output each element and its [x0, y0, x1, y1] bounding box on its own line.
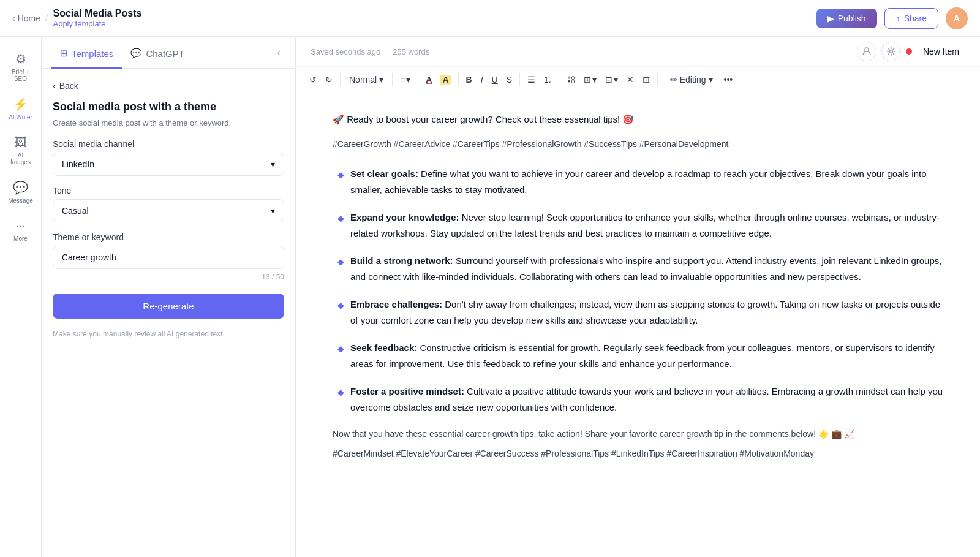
- clear-format-button[interactable]: ✕: [623, 72, 638, 88]
- home-link[interactable]: ‹ Home: [12, 13, 40, 23]
- settings-icon-btn[interactable]: [881, 42, 901, 61]
- tab-chatgpt-label: ChatGPT: [146, 48, 184, 59]
- align-chevron: ▾: [406, 75, 410, 85]
- apply-template-link[interactable]: Apply template: [53, 19, 141, 28]
- table-icon: ⊟: [605, 75, 612, 85]
- tab-templates-label: Templates: [72, 48, 113, 59]
- redo-button[interactable]: ↻: [322, 72, 336, 88]
- highlight-button[interactable]: A: [437, 72, 454, 88]
- tab-templates[interactable]: ⊞ Templates: [51, 37, 122, 69]
- new-item-button[interactable]: New Item: [917, 43, 965, 60]
- publish-icon: ▶: [827, 13, 834, 23]
- sidebar-item-brief-seo[interactable]: ⚙ Brief + SEO: [4, 47, 38, 87]
- more-toolbar-button[interactable]: •••: [720, 72, 737, 88]
- tone-value: Casual: [62, 206, 89, 216]
- ai-disclaimer: Make sure you manually review all AI gen…: [53, 328, 284, 339]
- channel-value: LinkedIn: [62, 159, 94, 169]
- channel-select[interactable]: LinkedIn ▾: [53, 153, 284, 176]
- toolbar-divider-6: [559, 73, 559, 86]
- publish-label: Publish: [838, 13, 866, 23]
- template-panel: ⊞ Templates 💬 ChatGPT ‹ ‹ Back Social me…: [42, 37, 296, 557]
- bullet-diamond-icon: ◆: [337, 342, 344, 357]
- italic-icon: I: [481, 75, 483, 85]
- table-button[interactable]: ⊟ ▾: [601, 72, 622, 88]
- highlight-icon: A: [440, 75, 450, 85]
- box-icon: ⊡: [643, 75, 650, 85]
- channel-form-group: Social media channel LinkedIn ▾: [53, 139, 284, 176]
- bullet-diamond-icon: ◆: [337, 255, 344, 270]
- underline-button[interactable]: U: [488, 72, 502, 88]
- avatar[interactable]: A: [946, 7, 968, 29]
- bullet-diamond-icon: ◆: [337, 211, 344, 226]
- tone-select[interactable]: Casual ▾: [53, 199, 284, 222]
- doc-info: Social Media Posts Apply template: [53, 8, 141, 28]
- sidebar-item-ai-images[interactable]: 🖼 AI Images: [4, 131, 38, 170]
- normal-style-dropdown[interactable]: Normal ▾: [344, 72, 388, 88]
- toolbar-divider-2: [392, 73, 393, 86]
- editor-footer: Now that you have these essential career…: [333, 427, 943, 442]
- sidebar-item-label-message: Message: [8, 197, 33, 204]
- share-button[interactable]: ↑ Share: [884, 8, 938, 29]
- image-chevron: ▾: [592, 75, 597, 85]
- sidebar-item-label-ai-writer: AI Writer: [9, 114, 32, 121]
- list-item: ◆ Set clear goals: Define what you want …: [333, 166, 943, 197]
- editing-mode-button[interactable]: ✏ Editing ▾: [664, 72, 719, 88]
- align-button[interactable]: ≡ ▾: [396, 72, 414, 88]
- undo-icon: ↺: [309, 75, 317, 85]
- sidebar-item-message[interactable]: 💬 Message: [4, 175, 38, 209]
- panel-tabs: ⊞ Templates 💬 ChatGPT ‹: [42, 37, 295, 69]
- sidebar-item-ai-writer[interactable]: ⚡ AI Writer: [4, 92, 38, 126]
- sidebar-item-more[interactable]: ··· More: [4, 214, 38, 247]
- tab-chatgpt[interactable]: 💬 ChatGPT: [122, 37, 193, 69]
- chatgpt-icon: 💬: [130, 48, 142, 59]
- publish-button[interactable]: ▶ Publish: [816, 9, 877, 28]
- toolbar-divider-7: [657, 73, 658, 86]
- collapse-panel-button[interactable]: ‹: [273, 42, 285, 63]
- ai-images-icon: 🖼: [15, 135, 27, 150]
- bold-button[interactable]: B: [462, 72, 476, 88]
- regenerate-button[interactable]: Re-generate: [53, 294, 284, 319]
- top-nav: ‹ Home / Social Media Posts Apply templa…: [0, 0, 980, 37]
- panel-content: ‹ Back Social media post with a theme Cr…: [42, 69, 295, 352]
- char-count: 13 / 50: [53, 273, 284, 281]
- template-description: Create social media post with a theme or…: [53, 117, 284, 129]
- bullet-diamond-icon: ◆: [337, 385, 344, 400]
- nav-left: ‹ Home / Social Media Posts Apply templa…: [12, 8, 141, 28]
- editor-toolbar: ↺ ↻ Normal ▾ ≡ ▾ A A B: [296, 67, 980, 93]
- back-link[interactable]: ‹ Back: [53, 81, 284, 91]
- numbered-list-button[interactable]: 1.: [540, 72, 555, 88]
- bullet-diamond-icon: ◆: [337, 298, 344, 313]
- bullet-list-icon: ☰: [527, 75, 535, 85]
- bullet-list-button[interactable]: ☰: [524, 72, 539, 88]
- clear-format-icon: ✕: [627, 75, 634, 85]
- chevron-down-icon-2: ▾: [271, 206, 275, 216]
- editor-intro: 🚀 Ready to boost your career growth? Che…: [333, 112, 943, 127]
- text-color-button[interactable]: A: [422, 72, 435, 88]
- box-button[interactable]: ⊡: [639, 72, 654, 88]
- editing-chevron: ▾: [709, 75, 713, 85]
- footer-hashtags: #CareerMindset #ElevateYourCareer #Caree…: [333, 447, 943, 461]
- intro-text: 🚀 Ready to boost your career growth? Che…: [333, 114, 634, 124]
- word-count: 255 words: [393, 47, 429, 56]
- chevron-down-icon: ▾: [271, 159, 275, 169]
- template-heading: Social media post with a theme: [53, 100, 284, 113]
- italic-button[interactable]: I: [477, 72, 487, 88]
- toolbar-divider-1: [340, 73, 341, 86]
- link-button[interactable]: ⛓: [563, 72, 579, 88]
- chevron-left-icon: ‹: [12, 13, 15, 23]
- theme-input[interactable]: [53, 246, 284, 269]
- bullets-container: ◆ Set clear goals: Define what you want …: [333, 166, 943, 415]
- undo-button[interactable]: ↺: [306, 72, 320, 88]
- brief-seo-icon: ⚙: [15, 51, 26, 66]
- strike-button[interactable]: S: [503, 72, 516, 88]
- image-button[interactable]: ⊞ ▾: [580, 72, 600, 88]
- status-bar: Saved seconds ago 255 words N: [296, 37, 980, 67]
- editor-content[interactable]: 🚀 Ready to boost your career growth? Che…: [296, 93, 980, 557]
- tone-form-group: Tone Casual ▾: [53, 186, 284, 222]
- templates-icon: ⊞: [60, 48, 68, 59]
- saved-text: Saved seconds ago: [311, 47, 380, 56]
- user-icon-btn[interactable]: [857, 42, 876, 61]
- more-dots-icon: ···: [15, 219, 26, 233]
- toolbar-divider-4: [458, 73, 459, 86]
- link-icon: ⛓: [567, 75, 575, 85]
